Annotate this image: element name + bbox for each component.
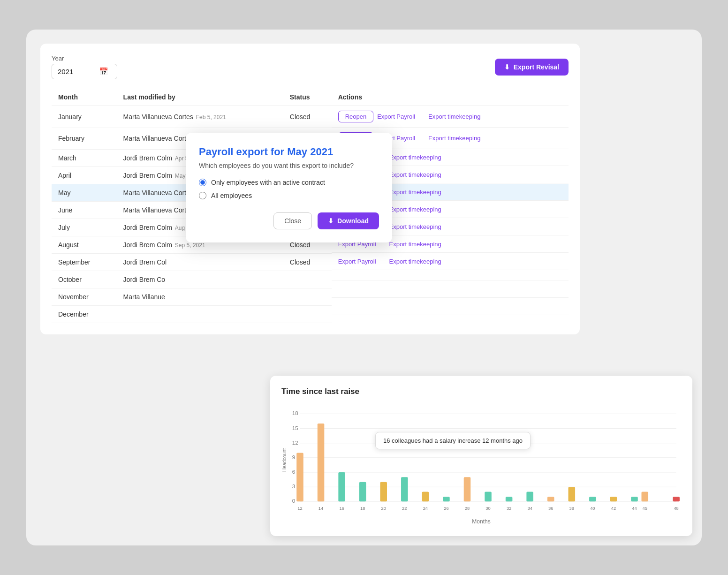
- x-tick-label: 16: [339, 506, 344, 511]
- export-timekeeping-link[interactable]: Export timekeeping: [389, 258, 441, 265]
- export-timekeeping-link[interactable]: Export timekeeping: [389, 241, 441, 248]
- x-tick-label: 44: [632, 506, 637, 511]
- chart-title: Time since last raise: [281, 387, 681, 396]
- chart-bar: [610, 497, 617, 501]
- modifier-name: Jordi Brem Col: [123, 258, 167, 266]
- svg-text:6: 6: [292, 469, 295, 475]
- radio-active-label: Only employees with an active contract: [211, 179, 325, 186]
- svg-text:9: 9: [292, 454, 295, 460]
- year-section: Year 📅: [52, 55, 117, 79]
- modifier-name: Marta Villanue: [123, 293, 165, 301]
- export-timekeeping-link[interactable]: Export timekeeping: [428, 113, 480, 120]
- modifier-name: Marta Villanueva Cortes: [123, 189, 193, 197]
- radio-active[interactable]: [199, 179, 206, 186]
- modifier-name: Marta Villanueva Cortes: [123, 135, 193, 142]
- payroll-export-modal: Payroll export for May 2021 Which employ…: [186, 133, 392, 242]
- modifier-name: Jordi Brem Colm: [123, 172, 172, 179]
- download-icon: ⬇: [504, 63, 510, 71]
- cell-modifier: Jordi Brem Co: [117, 271, 283, 288]
- x-tick-label: 42: [611, 506, 616, 511]
- cell-modifier: [117, 305, 283, 323]
- year-label: Year: [52, 55, 117, 62]
- cell-month: December: [52, 305, 117, 323]
- download-button[interactable]: ⬇ Download: [318, 212, 379, 229]
- export-timekeeping-link[interactable]: Export timekeeping: [389, 171, 441, 178]
- cell-month: May: [52, 184, 117, 201]
- x-tick-label: 26: [444, 506, 448, 511]
- x-tick-label: 24: [423, 506, 428, 511]
- cell-month: September: [52, 253, 117, 271]
- export-revisal-button[interactable]: ⬇ Export Revisal: [495, 59, 569, 76]
- cell-month: June: [52, 201, 117, 219]
- chart-bar: [359, 482, 366, 502]
- export-payroll-link[interactable]: Export Payroll: [338, 258, 376, 265]
- chart-bar: [641, 492, 648, 502]
- radio-option-all[interactable]: All employees: [199, 192, 379, 199]
- x-labels: 12141618202224262830323436384042444548: [297, 506, 679, 511]
- cell-status: Closed: [283, 106, 332, 128]
- col-month: Month: [52, 89, 117, 106]
- cell-month: November: [52, 288, 117, 305]
- cell-status: [283, 305, 332, 323]
- cell-actions: Export PayrollExport timekeeping: [332, 253, 569, 270]
- x-tick-label: 18: [360, 506, 365, 511]
- year-input[interactable]: [58, 68, 95, 76]
- cell-actions: ReopenExport PayrollExport timekeeping: [332, 106, 569, 128]
- export-timekeeping-link[interactable]: Export timekeeping: [389, 223, 441, 230]
- close-button[interactable]: Close: [273, 212, 312, 229]
- radio-option-active[interactable]: Only employees with an active contract: [199, 179, 379, 186]
- modifier-date: Feb 5, 2021: [196, 114, 226, 121]
- export-timekeeping-link[interactable]: Export timekeeping: [389, 189, 441, 196]
- cell-month: July: [52, 219, 117, 236]
- svg-text:15: 15: [292, 425, 298, 431]
- cell-status: [283, 271, 332, 288]
- cell-modifier: Marta Villanueva CortesFeb 5, 2021: [117, 106, 283, 128]
- cell-actions: [332, 271, 569, 280]
- chart-bar: [380, 482, 387, 502]
- chart-bar: [443, 497, 450, 501]
- radio-all[interactable]: [199, 192, 206, 199]
- reopen-button[interactable]: Reopen: [338, 111, 374, 122]
- download-label: Download: [337, 217, 369, 225]
- table-row: SeptemberJordi Brem ColClosedExport Payr…: [52, 253, 569, 271]
- table-row: OctoberJordi Brem Co: [52, 271, 569, 288]
- export-timekeeping-link[interactable]: Export timekeeping: [428, 135, 480, 142]
- x-tick-label: 12: [297, 506, 302, 511]
- cell-month: October: [52, 271, 117, 288]
- radio-all-label: All employees: [211, 192, 252, 199]
- svg-text:3: 3: [292, 484, 295, 489]
- export-payroll-link[interactable]: Export Payroll: [377, 113, 415, 120]
- chart-bar: [296, 453, 303, 501]
- chart-tooltip: 16 colleagues had a salary increase 12 m…: [375, 432, 531, 449]
- col-status: Status: [283, 89, 332, 106]
- export-timekeeping-link[interactable]: Export timekeeping: [389, 154, 441, 161]
- cell-month: February: [52, 128, 117, 149]
- screen-wrapper: Year 📅 ⬇ Export Revisal Month Last modif…: [26, 30, 702, 545]
- chart-bar: [401, 477, 408, 501]
- x-tick-label: 34: [527, 506, 532, 511]
- svg-text:0: 0: [292, 498, 295, 504]
- cell-modifier: Jordi Brem Col: [117, 253, 283, 271]
- modifier-name: Jordi Brem Co: [123, 276, 165, 283]
- col-last-modified: Last modified by: [117, 89, 283, 106]
- table-row: NovemberMarta Villanue: [52, 288, 569, 305]
- download-icon-modal: ⬇: [328, 217, 334, 225]
- chart-area: 18 15 12 9 6 3 0 Headcount: [281, 404, 681, 516]
- cell-modifier: Marta Villanue: [117, 288, 283, 305]
- x-tick-label: 20: [381, 506, 386, 511]
- cell-actions: [332, 305, 569, 315]
- x-tick-label: 28: [465, 506, 470, 511]
- chart-bar: [631, 497, 638, 501]
- modal-title: Payroll export for May 2021: [199, 146, 379, 158]
- table-row: JanuaryMarta Villanueva CortesFeb 5, 202…: [52, 106, 569, 128]
- svg-text:Headcount: Headcount: [282, 448, 287, 472]
- modal-subtitle: Which employees do you want this export …: [199, 162, 379, 169]
- x-tick-label: 48: [674, 506, 678, 511]
- export-timekeeping-link[interactable]: Export timekeeping: [389, 206, 441, 213]
- chart-bar: [485, 492, 492, 502]
- modal-footer: Close ⬇ Download: [199, 212, 379, 229]
- modifier-name: Jordi Brem Colm: [123, 241, 172, 249]
- x-tick-label: 22: [402, 506, 407, 511]
- chart-bar: [506, 497, 513, 501]
- chart-bar: [526, 492, 533, 502]
